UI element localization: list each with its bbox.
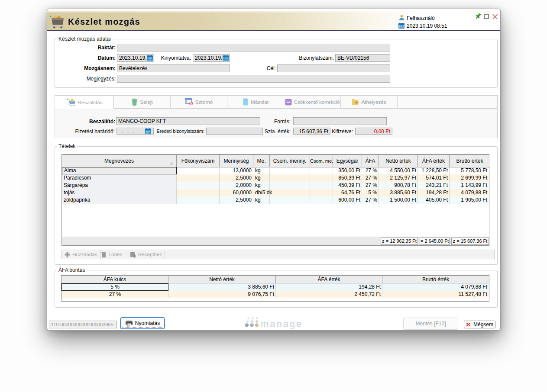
svg-text:manage: manage [261, 318, 303, 329]
